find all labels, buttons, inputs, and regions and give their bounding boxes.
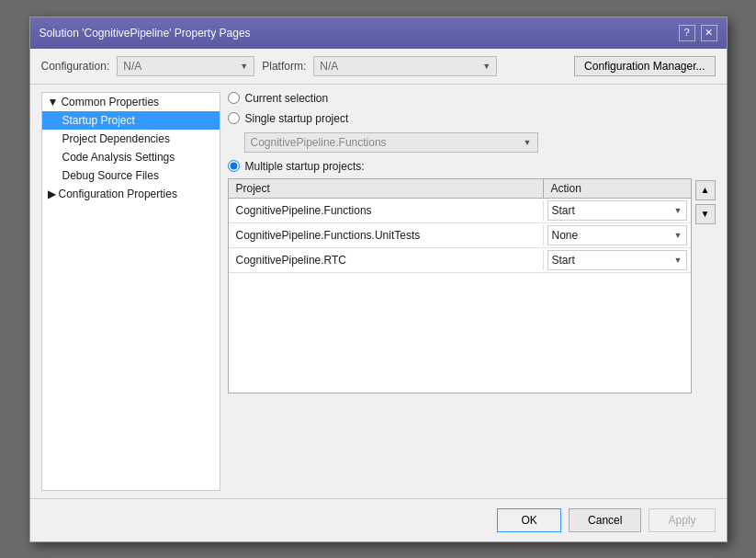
tree-common-properties[interactable]: ▼ Common Properties <box>42 93 220 111</box>
help-button[interactable]: ? <box>679 25 695 41</box>
current-selection-row: Current selection <box>228 92 716 105</box>
ok-button[interactable]: OK <box>497 508 561 532</box>
single-startup-row: Single startup project <box>228 112 716 125</box>
tree-startup-project[interactable]: Startup Project <box>42 111 220 130</box>
action-value-row1: Start <box>552 204 575 217</box>
right-panel: Current selection Single startup project… <box>228 92 716 491</box>
action-dropdown-row1[interactable]: Start ▼ <box>547 200 687 221</box>
config-label: Configuration: <box>41 60 110 73</box>
config-bar: Configuration: N/A ▼ Platform: N/A ▼ Con… <box>30 49 727 85</box>
table-row: CognitivePipeline.Functions Start ▼ <box>229 199 691 223</box>
config-value: N/A <box>123 60 141 73</box>
config-dropdown[interactable]: N/A ▼ <box>117 56 254 76</box>
action-chevron-icon-row3: ▼ <box>674 256 683 265</box>
action-cell: None ▼ <box>544 223 691 247</box>
configuration-manager-button[interactable]: Configuration Manager... <box>574 56 715 76</box>
multiple-startup-label[interactable]: Multiple startup projects: <box>245 160 365 173</box>
col-action-header: Action <box>544 179 691 198</box>
tree-debug-source-files[interactable]: Debug Source Files <box>42 166 220 185</box>
action-cell: Start ▼ <box>544 248 691 272</box>
action-value-row3: Start <box>552 254 575 267</box>
close-button[interactable]: ✕ <box>701 25 717 41</box>
bottom-bar: OK Cancel Apply <box>30 498 727 541</box>
action-chevron-icon-row2: ▼ <box>674 231 683 240</box>
table-arrows: ▲ ▼ <box>695 178 716 393</box>
single-project-dropdown[interactable]: CognitivePipeline.Functions ▼ <box>244 132 538 153</box>
platform-label: Platform: <box>262 60 306 73</box>
single-project-value: CognitivePipeline.Functions <box>251 136 387 149</box>
table-empty-space <box>229 273 691 393</box>
startup-options: Current selection Single startup project… <box>228 92 716 393</box>
col-project-header: Project <box>229 179 544 198</box>
project-cell: CognitivePipeline.Functions.UnitTests <box>229 225 544 245</box>
table-header: Project Action <box>229 179 691 199</box>
table-row: CognitivePipeline.Functions.UnitTests No… <box>229 223 691 248</box>
platform-chevron-icon: ▼ <box>482 62 491 71</box>
tree-panel: ▼ Common Properties Startup Project Proj… <box>41 92 220 491</box>
property-pages-dialog: Solution 'CognitivePipeline' Property Pa… <box>29 17 728 542</box>
project-cell: CognitivePipeline.RTC <box>229 250 544 270</box>
move-down-button[interactable]: ▼ <box>695 204 716 224</box>
move-up-button[interactable]: ▲ <box>695 180 716 200</box>
single-startup-label[interactable]: Single startup project <box>245 112 349 125</box>
single-startup-radio[interactable] <box>228 112 240 124</box>
tree-project-dependencies[interactable]: Project Dependencies <box>42 130 220 148</box>
current-selection-radio[interactable] <box>228 92 240 104</box>
action-value-row2: None <box>552 229 579 242</box>
multiple-startup-radio[interactable] <box>228 160 240 172</box>
platform-value: N/A <box>320 60 338 73</box>
config-chevron-icon: ▼ <box>240 62 248 71</box>
apply-button[interactable]: Apply <box>649 508 715 532</box>
project-cell: CognitivePipeline.Functions <box>229 200 544 221</box>
cancel-button[interactable]: Cancel <box>569 508 641 532</box>
action-chevron-icon-row1: ▼ <box>674 206 683 215</box>
single-project-chevron-icon: ▼ <box>524 138 532 147</box>
titlebar: Solution 'CognitivePipeline' Property Pa… <box>30 17 727 49</box>
multiple-startup-section: Multiple startup projects: Project Actio… <box>228 160 716 393</box>
projects-table-container: Project Action CognitivePipeline.Functio… <box>228 178 716 393</box>
platform-dropdown[interactable]: N/A ▼ <box>313 56 497 76</box>
table-row: CognitivePipeline.RTC Start ▼ <box>229 248 691 273</box>
tree-configuration-properties[interactable]: ▶ Configuration Properties <box>42 185 220 203</box>
action-cell: Start ▼ <box>544 199 691 222</box>
current-selection-label[interactable]: Current selection <box>245 92 329 105</box>
tree-code-analysis-settings[interactable]: Code Analysis Settings <box>42 148 220 166</box>
titlebar-buttons: ? ✕ <box>679 25 717 41</box>
action-dropdown-row3[interactable]: Start ▼ <box>547 250 687 270</box>
multiple-label-row: Multiple startup projects: <box>228 160 716 173</box>
main-content: ▼ Common Properties Startup Project Proj… <box>30 85 727 498</box>
projects-table: Project Action CognitivePipeline.Functio… <box>228 178 692 393</box>
expand-icon: ▶ <box>48 188 56 200</box>
action-dropdown-row2[interactable]: None ▼ <box>547 225 687 245</box>
single-dropdown-row: CognitivePipeline.Functions ▼ <box>228 132 716 153</box>
collapse-icon: ▼ <box>48 96 59 108</box>
dialog-title: Solution 'CognitivePipeline' Property Pa… <box>39 27 251 40</box>
